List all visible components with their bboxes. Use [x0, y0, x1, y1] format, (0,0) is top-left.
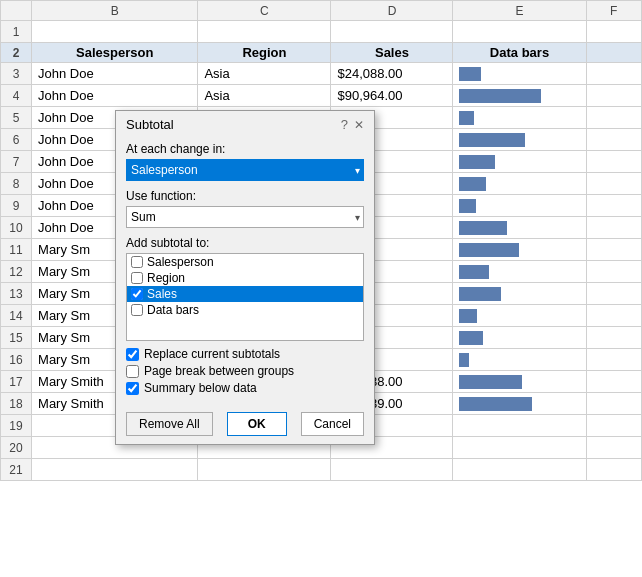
- cell-region[interactable]: [198, 459, 331, 481]
- cell-databar: [453, 305, 586, 327]
- cell-databar: Data bars: [453, 43, 586, 63]
- bar-container: [459, 155, 579, 169]
- sum-dropdown[interactable]: Sum: [126, 206, 364, 228]
- row-number: 9: [1, 195, 32, 217]
- cell-region[interactable]: Region: [198, 43, 331, 63]
- bar-container: [459, 89, 579, 103]
- row-number: 15: [1, 327, 32, 349]
- dialog-close-button[interactable]: ✕: [354, 118, 364, 132]
- listbox-item[interactable]: Salesperson: [127, 254, 363, 270]
- cell-region[interactable]: [198, 21, 331, 43]
- cell-name[interactable]: [32, 21, 198, 43]
- remove-all-button[interactable]: Remove All: [126, 412, 213, 436]
- listbox-item-checkbox[interactable]: [131, 288, 143, 300]
- row-number: 1: [1, 21, 32, 43]
- cell-f: [586, 217, 641, 239]
- replace-subtotals-row: Replace current subtotals: [126, 347, 364, 361]
- cell-databar: [453, 371, 586, 393]
- listbox-item-checkbox[interactable]: [131, 256, 143, 268]
- cell-databar: [453, 107, 586, 129]
- summary-checkbox[interactable]: [126, 382, 139, 395]
- col-header-corner: [1, 1, 32, 21]
- cell-sales[interactable]: Sales: [331, 43, 453, 63]
- cell-f: [586, 415, 641, 437]
- dialog-help-button[interactable]: ?: [341, 117, 348, 132]
- bar-container: [459, 375, 579, 389]
- data-bar: [459, 111, 473, 125]
- cell-databar: [453, 217, 586, 239]
- row-number: 21: [1, 459, 32, 481]
- cell-name[interactable]: John Doe: [32, 85, 198, 107]
- salesperson-dropdown[interactable]: Salesperson: [126, 159, 364, 181]
- cell-name[interactable]: [32, 459, 198, 481]
- cell-name[interactable]: Salesperson: [32, 43, 198, 63]
- label-each-change: At each change in:: [126, 142, 364, 156]
- table-row: 3John DoeAsia$24,088.00: [1, 63, 642, 85]
- row-number: 13: [1, 283, 32, 305]
- cell-sales[interactable]: $24,088.00: [331, 63, 453, 85]
- cell-databar: [453, 21, 586, 43]
- bar-container: [459, 221, 579, 235]
- listbox-item-label: Data bars: [147, 303, 199, 317]
- col-header-b[interactable]: B: [32, 1, 198, 21]
- cell-f: [586, 43, 641, 63]
- row-number: 17: [1, 371, 32, 393]
- row-number: 12: [1, 261, 32, 283]
- data-bar: [459, 199, 476, 213]
- listbox-item-label: Region: [147, 271, 185, 285]
- pagebreak-checkbox[interactable]: [126, 365, 139, 378]
- bar-container: [459, 111, 579, 125]
- listbox-item-checkbox[interactable]: [131, 272, 143, 284]
- listbox-item[interactable]: Sales: [127, 286, 363, 302]
- col-header-d[interactable]: D: [331, 1, 453, 21]
- cell-region[interactable]: Asia: [198, 85, 331, 107]
- table-row: 21: [1, 459, 642, 481]
- cell-f: [586, 129, 641, 151]
- cell-region[interactable]: Asia: [198, 63, 331, 85]
- cancel-button[interactable]: Cancel: [301, 412, 364, 436]
- replace-subtotals-checkbox[interactable]: [126, 348, 139, 361]
- data-bar: [459, 287, 501, 301]
- cell-f: [586, 63, 641, 85]
- listbox-item[interactable]: Region: [127, 270, 363, 286]
- table-row: 4John DoeAsia$90,964.00: [1, 85, 642, 107]
- cell-databar: [453, 129, 586, 151]
- cell-databar: [453, 393, 586, 415]
- cell-f: [586, 173, 641, 195]
- col-header-f[interactable]: F: [586, 1, 641, 21]
- data-bar: [459, 397, 531, 411]
- cell-f: [586, 327, 641, 349]
- cell-sales[interactable]: [331, 459, 453, 481]
- summary-label: Summary below data: [144, 381, 257, 395]
- bar-container: [459, 243, 579, 257]
- cell-f: [586, 437, 641, 459]
- dialog-buttons: Remove All OK Cancel: [116, 406, 374, 444]
- dialog-title-controls: ? ✕: [341, 117, 364, 132]
- data-bar: [459, 221, 507, 235]
- cell-f: [586, 371, 641, 393]
- cell-sales[interactable]: $90,964.00: [331, 85, 453, 107]
- listbox-item[interactable]: Data bars: [127, 302, 363, 318]
- listbox-item-checkbox[interactable]: [131, 304, 143, 316]
- dialog-title-text: Subtotal: [126, 117, 174, 132]
- col-header-e[interactable]: E: [453, 1, 586, 21]
- bar-container: [459, 397, 579, 411]
- cell-f: [586, 85, 641, 107]
- col-header-c[interactable]: C: [198, 1, 331, 21]
- row-number: 19: [1, 415, 32, 437]
- subtotal-listbox[interactable]: SalespersonRegionSalesData bars: [126, 253, 364, 341]
- data-bar: [459, 67, 481, 81]
- cell-name[interactable]: John Doe: [32, 63, 198, 85]
- cell-databar: [453, 437, 586, 459]
- cell-f: [586, 21, 641, 43]
- cell-sales[interactable]: [331, 21, 453, 43]
- row-number: 7: [1, 151, 32, 173]
- pagebreak-row: Page break between groups: [126, 364, 364, 378]
- cell-databar: [453, 151, 586, 173]
- dialog-body: At each change in: Salesperson ▾ Use fun…: [116, 136, 374, 406]
- row-number: 20: [1, 437, 32, 459]
- data-bar: [459, 89, 541, 103]
- dialog-title-bar: Subtotal ? ✕: [116, 111, 374, 136]
- ok-button[interactable]: OK: [227, 412, 287, 436]
- replace-subtotals-label: Replace current subtotals: [144, 347, 280, 361]
